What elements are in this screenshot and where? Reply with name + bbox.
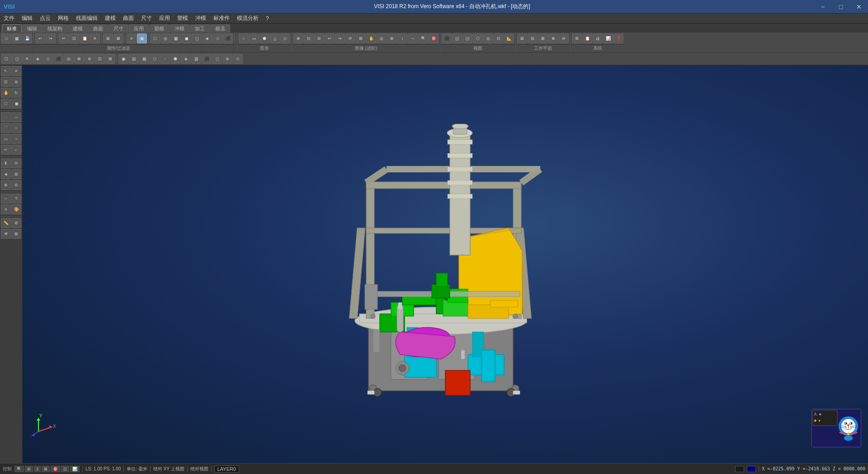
lt-layer[interactable]: ≡ xyxy=(1,204,11,214)
menu-flow[interactable]: 模流分析 xyxy=(233,14,262,23)
toolbar-redo[interactable]: ↪ xyxy=(46,33,56,43)
tb2-btn3[interactable]: ✕ xyxy=(22,54,32,64)
tb2-btn11[interactable]: ⊞ xyxy=(105,54,115,64)
toolbar-solid6[interactable]: ⬛ xyxy=(223,33,233,43)
lt-arc[interactable]: ⌒ xyxy=(1,123,11,133)
tab-machining[interactable]: 加工 xyxy=(190,24,210,33)
lt-shell[interactable]: ◈ xyxy=(1,169,11,179)
lt-color[interactable]: 🎨 xyxy=(11,204,21,214)
toolbar-wire2[interactable]: ◎ xyxy=(160,33,170,43)
toolbar-delete[interactable]: ✕ xyxy=(90,33,100,43)
tab-punch[interactable]: 冲模 xyxy=(170,24,189,33)
tb2-filter-3[interactable]: ▦ xyxy=(139,54,149,64)
menu-plastic[interactable]: 塑模 xyxy=(174,14,192,23)
menu-line-edit[interactable]: 线面编辑 xyxy=(72,14,101,23)
status-btn-3[interactable]: 2 xyxy=(34,466,41,472)
toolbar-undo[interactable]: ↩ xyxy=(35,33,45,43)
menu-modeling[interactable]: 建模 xyxy=(101,14,119,23)
img-btn2[interactable]: ⊡ xyxy=(304,33,314,43)
tb2-btn10[interactable]: ⊡ xyxy=(95,54,105,64)
tb2-filter-10[interactable]: ◻ xyxy=(212,54,222,64)
sys-btn3[interactable]: 🖨 xyxy=(593,33,603,43)
status-btn-7[interactable]: 📊 xyxy=(70,466,80,472)
shape-btn5[interactable]: ▷ xyxy=(280,33,290,43)
lt-line[interactable]: ─ xyxy=(11,112,21,122)
3d-viewport[interactable]: X Y A ♣ ● ▪ xyxy=(23,65,868,463)
lt-measure[interactable]: 📏 xyxy=(1,218,11,228)
view-btn1[interactable]: ⬛ xyxy=(442,33,452,43)
menu-dimension[interactable]: 尺寸 xyxy=(137,14,156,23)
img-btn9[interactable]: ◎ xyxy=(377,33,387,43)
tab-edit[interactable]: 编辑 xyxy=(22,24,42,33)
tb2-filter-1[interactable]: ▣ xyxy=(118,54,128,64)
toolbar-wire1[interactable]: ⬡ xyxy=(150,33,160,43)
tb2-btn6[interactable]: ⬛ xyxy=(53,54,63,64)
menu-mesh[interactable]: 网格 xyxy=(54,14,72,23)
lt-dim[interactable]: ↔ xyxy=(1,194,11,204)
toolbar-paste[interactable]: 📋 xyxy=(80,33,90,43)
toolbar-copy[interactable]: ⊡ xyxy=(69,33,79,43)
menu-file[interactable]: 文件 xyxy=(0,14,18,23)
tb2-filter-12[interactable]: ⊙ xyxy=(233,54,243,64)
wp-btn3[interactable]: ⊠ xyxy=(538,33,548,43)
img-btn14[interactable]: 🎯 xyxy=(429,33,439,43)
lt-spline[interactable]: ~ xyxy=(11,134,21,144)
toolbar-open[interactable]: ▦ xyxy=(12,33,22,43)
lt-select[interactable]: ↖ xyxy=(1,66,11,76)
tb2-btn1[interactable]: ⬡ xyxy=(1,54,11,64)
view-btn3[interactable]: ◲ xyxy=(462,33,472,43)
view-btn7[interactable]: 📐 xyxy=(504,33,514,43)
view-btn4[interactable]: ⬡ xyxy=(473,33,483,43)
tab-standard[interactable]: 标准 xyxy=(2,24,22,33)
tab-apply[interactable]: 应用 xyxy=(129,24,149,33)
tab-surface[interactable]: 曲面 xyxy=(88,24,108,33)
tb2-filter-2[interactable]: ▤ xyxy=(129,54,139,64)
toolbar-solid3[interactable]: ◻ xyxy=(192,33,202,43)
shape-btn4[interactable]: △ xyxy=(270,33,280,43)
toolbar-deselect[interactable]: ⊠ xyxy=(113,33,123,43)
status-btn-6[interactable]: ⊡ xyxy=(61,466,69,472)
toolbar-solid5[interactable]: ◇ xyxy=(212,33,222,43)
toolbar-cut[interactable]: ✂ xyxy=(59,33,69,43)
tb2-filter-8[interactable]: ▧ xyxy=(191,54,201,64)
sys-btn1[interactable]: ⚙ xyxy=(572,33,582,43)
img-btn13[interactable]: 🔍 xyxy=(418,33,428,43)
menu-edit[interactable]: 编辑 xyxy=(18,14,36,23)
lt-pan[interactable]: ✋ xyxy=(1,88,11,98)
tb2-btn5[interactable]: ◇ xyxy=(43,54,53,64)
minimize-button[interactable]: − xyxy=(814,0,832,14)
lt-rotate[interactable]: ↻ xyxy=(11,88,21,98)
wp-btn2[interactable]: ⊟ xyxy=(528,33,538,43)
tab-flowanalysis[interactable]: 模流 xyxy=(210,24,230,33)
tb2-filter-5[interactable]: ◦ xyxy=(160,54,170,64)
view-btn2[interactable]: ◱ xyxy=(452,33,462,43)
shape-btn1[interactable]: ○ xyxy=(239,33,249,43)
img-btn1[interactable]: ⊕ xyxy=(293,33,303,43)
tb2-btn8[interactable]: ⊕ xyxy=(74,54,84,64)
tb2-filter-6[interactable]: ⬟ xyxy=(170,54,180,64)
img-btn10[interactable]: ⊕ xyxy=(387,33,397,43)
status-abs-view[interactable]: 绝对视图 xyxy=(190,466,208,472)
shape-btn3[interactable]: ⬟ xyxy=(259,33,269,43)
img-btn7[interactable]: ⊞ xyxy=(356,33,366,43)
toolbar-solid4[interactable]: ◈ xyxy=(202,33,212,43)
status-btn-1[interactable]: 🔍 xyxy=(14,466,24,472)
lt-solid[interactable]: ◼ xyxy=(11,99,21,109)
wp-btn1[interactable]: ⊞ xyxy=(517,33,527,43)
menu-pointcloud[interactable]: 点云 xyxy=(36,14,54,23)
sys-btn4[interactable]: 📊 xyxy=(603,33,613,43)
lt-circle[interactable]: ○ xyxy=(11,123,21,133)
img-btn12[interactable]: ↔ xyxy=(408,33,418,43)
sys-btn2[interactable]: 📋 xyxy=(582,33,592,43)
wp-btn5[interactable]: ⊖ xyxy=(559,33,569,43)
tb2-btn7[interactable]: ◎ xyxy=(64,54,74,64)
lt-fillet[interactable]: ⌐ xyxy=(11,145,21,155)
lt-hide[interactable]: 👁 xyxy=(1,229,11,239)
lt-zoom-win[interactable]: ⊕ xyxy=(11,77,21,87)
shape-btn2[interactable]: ▭ xyxy=(249,33,259,43)
img-btn6[interactable]: ⟳ xyxy=(345,33,355,43)
lt-thicken[interactable]: ⊖ xyxy=(11,180,21,190)
lt-wire[interactable]: ⬡ xyxy=(1,99,11,109)
img-btn3[interactable]: ⊖ xyxy=(314,33,324,43)
tb2-btn2[interactable]: ◻ xyxy=(12,54,22,64)
